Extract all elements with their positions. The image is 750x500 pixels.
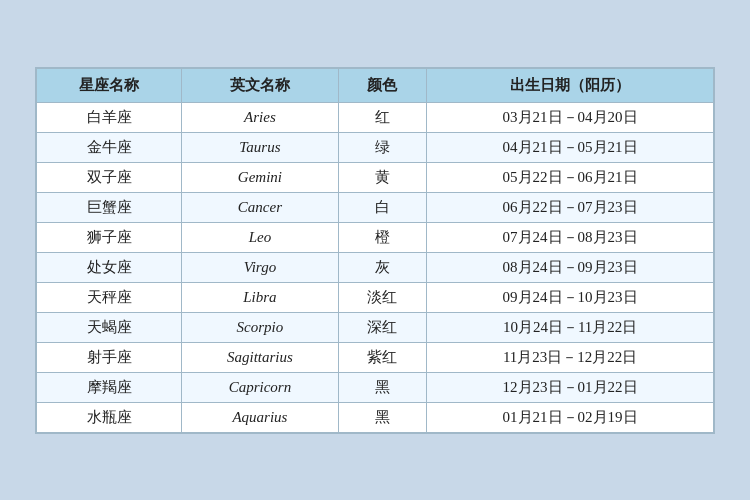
- table-cell: 04月21日－05月21日: [427, 132, 714, 162]
- table-cell: 10月24日－11月22日: [427, 312, 714, 342]
- table-cell: Taurus: [182, 132, 338, 162]
- table-cell: 红: [338, 102, 427, 132]
- table-row: 双子座Gemini黄05月22日－06月21日: [37, 162, 714, 192]
- table-cell: 07月24日－08月23日: [427, 222, 714, 252]
- table-row: 天秤座Libra淡红09月24日－10月23日: [37, 282, 714, 312]
- table-header-cell: 星座名称: [37, 68, 182, 102]
- table-cell: 03月21日－04月20日: [427, 102, 714, 132]
- table-cell: 金牛座: [37, 132, 182, 162]
- table-cell: 紫红: [338, 342, 427, 372]
- table-cell: 黄: [338, 162, 427, 192]
- table-header-cell: 英文名称: [182, 68, 338, 102]
- table-row: 巨蟹座Cancer白06月22日－07月23日: [37, 192, 714, 222]
- table-cell: 06月22日－07月23日: [427, 192, 714, 222]
- table-cell: 巨蟹座: [37, 192, 182, 222]
- table-cell: 黑: [338, 402, 427, 432]
- table-row: 射手座Sagittarius紫红11月23日－12月22日: [37, 342, 714, 372]
- table-cell: Cancer: [182, 192, 338, 222]
- zodiac-table-wrapper: 星座名称英文名称颜色出生日期（阳历） 白羊座Aries红03月21日－04月20…: [35, 67, 715, 434]
- table-cell: 05月22日－06月21日: [427, 162, 714, 192]
- table-cell: Virgo: [182, 252, 338, 282]
- table-cell: 射手座: [37, 342, 182, 372]
- table-row: 天蝎座Scorpio深红10月24日－11月22日: [37, 312, 714, 342]
- table-cell: 深红: [338, 312, 427, 342]
- table-cell: 天秤座: [37, 282, 182, 312]
- table-row: 白羊座Aries红03月21日－04月20日: [37, 102, 714, 132]
- table-cell: 灰: [338, 252, 427, 282]
- table-cell: 01月21日－02月19日: [427, 402, 714, 432]
- table-cell: 08月24日－09月23日: [427, 252, 714, 282]
- table-cell: 橙: [338, 222, 427, 252]
- table-body: 白羊座Aries红03月21日－04月20日金牛座Taurus绿04月21日－0…: [37, 102, 714, 432]
- table-row: 狮子座Leo橙07月24日－08月23日: [37, 222, 714, 252]
- table-row: 金牛座Taurus绿04月21日－05月21日: [37, 132, 714, 162]
- table-header-row: 星座名称英文名称颜色出生日期（阳历）: [37, 68, 714, 102]
- table-cell: 黑: [338, 372, 427, 402]
- table-cell: Aries: [182, 102, 338, 132]
- zodiac-table: 星座名称英文名称颜色出生日期（阳历） 白羊座Aries红03月21日－04月20…: [36, 68, 714, 433]
- table-row: 水瓶座Aquarius黑01月21日－02月19日: [37, 402, 714, 432]
- table-cell: Leo: [182, 222, 338, 252]
- table-cell: Libra: [182, 282, 338, 312]
- table-cell: 白羊座: [37, 102, 182, 132]
- table-cell: Gemini: [182, 162, 338, 192]
- table-cell: 淡红: [338, 282, 427, 312]
- table-row: 摩羯座Capricorn黑12月23日－01月22日: [37, 372, 714, 402]
- table-cell: Sagittarius: [182, 342, 338, 372]
- table-header-cell: 出生日期（阳历）: [427, 68, 714, 102]
- table-cell: 白: [338, 192, 427, 222]
- table-cell: 摩羯座: [37, 372, 182, 402]
- table-cell: 11月23日－12月22日: [427, 342, 714, 372]
- table-cell: 双子座: [37, 162, 182, 192]
- table-cell: 处女座: [37, 252, 182, 282]
- table-cell: Aquarius: [182, 402, 338, 432]
- table-cell: Capricorn: [182, 372, 338, 402]
- table-cell: Scorpio: [182, 312, 338, 342]
- table-cell: 天蝎座: [37, 312, 182, 342]
- table-cell: 绿: [338, 132, 427, 162]
- table-header-cell: 颜色: [338, 68, 427, 102]
- table-cell: 12月23日－01月22日: [427, 372, 714, 402]
- table-cell: 狮子座: [37, 222, 182, 252]
- table-row: 处女座Virgo灰08月24日－09月23日: [37, 252, 714, 282]
- table-cell: 09月24日－10月23日: [427, 282, 714, 312]
- table-cell: 水瓶座: [37, 402, 182, 432]
